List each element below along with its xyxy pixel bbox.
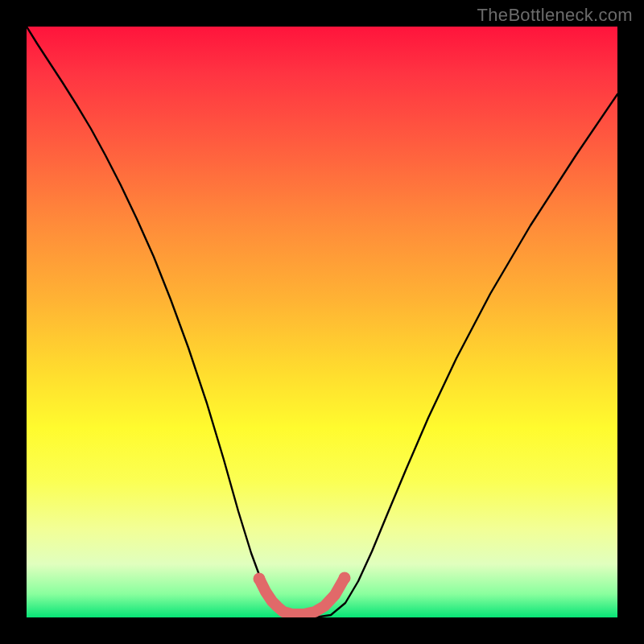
chart-frame: TheBottleneck.com bbox=[0, 0, 644, 644]
watermark-text: TheBottleneck.com bbox=[477, 5, 633, 26]
highlight-endpoint-right bbox=[339, 572, 351, 584]
curve-layer bbox=[27, 27, 617, 617]
bottleneck-curve bbox=[27, 27, 617, 617]
trough-highlight bbox=[259, 578, 345, 614]
plot-area bbox=[27, 27, 617, 617]
highlight-endpoint-left bbox=[254, 573, 266, 585]
